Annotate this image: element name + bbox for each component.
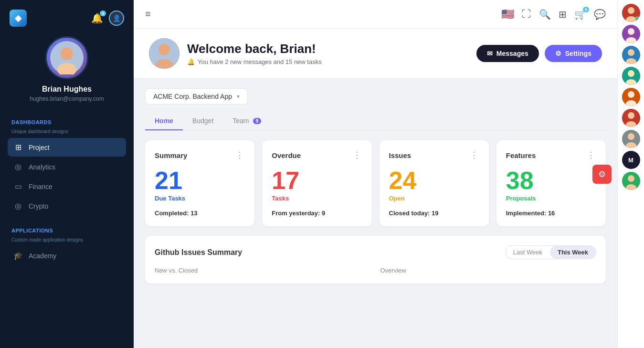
sidebar-item-analytics[interactable]: ◎ Analytics (8, 158, 126, 176)
card-title: Features (506, 151, 536, 159)
crypto-icon: ◎ (13, 201, 23, 211)
summary-label: Due Tasks (155, 195, 245, 202)
project-selector[interactable]: ACME Corp. Backend App ▾ (145, 88, 248, 105)
sidebar-item-academy[interactable]: 🎓 Academy (8, 246, 126, 265)
right-sidebar-avatar[interactable] (622, 67, 640, 85)
bell-icon: 🔔 (187, 58, 195, 65)
right-sidebar-avatar[interactable] (622, 4, 640, 22)
tab-home[interactable]: Home (145, 112, 183, 130)
topbar-left: ≡ (145, 9, 151, 20)
this-week-button[interactable]: This Week (550, 246, 596, 259)
right-sidebar-avatar[interactable] (622, 25, 640, 43)
overdue-number: 17 (272, 168, 362, 193)
sidebar-item-label: Crypto (29, 202, 48, 210)
card-menu-button[interactable]: ⋮ (235, 150, 245, 160)
notification-button[interactable]: 🔔 3 (91, 12, 103, 24)
github-columns: New vs. Closed Overview (155, 267, 596, 274)
svg-point-8 (628, 7, 634, 14)
apps-icon[interactable]: ⊞ (559, 9, 567, 20)
github-header: Github Issues Summary Last Week This Wee… (155, 245, 596, 259)
analytics-icon: ◎ (13, 162, 23, 171)
tab-team[interactable]: Team 9 (223, 112, 271, 130)
issues-stat: Closed today: 19 (389, 210, 479, 217)
svg-point-23 (628, 112, 634, 119)
profile-name: Brian Hughes (10, 85, 124, 94)
fullscreen-icon[interactable]: ⛶ (522, 9, 531, 20)
right-sidebar-avatar[interactable] (622, 172, 640, 190)
right-sidebar: M (617, 0, 644, 348)
nav-category-applications: APPLICATIONS (8, 220, 126, 237)
svg-point-14 (628, 49, 634, 56)
right-sidebar-avatar[interactable] (622, 46, 640, 64)
settings-button[interactable]: ⚙ Settings (545, 45, 602, 62)
svg-point-20 (628, 91, 634, 98)
welcome-subtitle: 🔔 You have 2 new messages and 15 new tas… (187, 58, 322, 65)
card-menu-button[interactable]: ⋮ (470, 150, 479, 160)
gear-icon: ⚙ (598, 169, 606, 179)
card-header: Issues ⋮ (389, 150, 479, 160)
nav-section-dashboards: DASHBOARDS Unique dashboard designs ⊞ Pr… (0, 112, 134, 216)
svg-point-29 (628, 175, 634, 182)
cart-icon[interactable]: 🛒 5 (574, 9, 586, 20)
svg-point-26 (628, 133, 634, 140)
sidebar-header: ◆ 🔔 3 👤 (0, 10, 134, 36)
card-menu-button[interactable]: ⋮ (353, 150, 362, 160)
nav-section-applications: APPLICATIONS Custom made application des… (0, 220, 134, 266)
welcome-avatar (149, 38, 179, 69)
features-label: Proposals (506, 195, 596, 202)
svg-point-17 (628, 70, 634, 77)
card-header: Features ⋮ (506, 150, 596, 160)
last-week-button[interactable]: Last Week (506, 246, 550, 259)
card-menu-button[interactable]: ⋮ (587, 150, 596, 160)
right-sidebar-avatar[interactable] (622, 88, 640, 106)
sidebar-header-icons: 🔔 3 👤 (91, 11, 124, 26)
sidebar-item-crypto[interactable]: ◎ Crypto (8, 197, 126, 215)
profile-email: hughes.brian@company.com (10, 95, 124, 102)
sidebar-item-label: Project (29, 144, 50, 151)
welcome-buttons: ✉ Messages ⚙ Settings (476, 45, 602, 62)
github-title: Github Issues Summary (155, 248, 242, 257)
nav-sub-applications: Custom made application designs (8, 237, 126, 246)
flag-icon[interactable]: 🇺🇸 (501, 8, 514, 21)
welcome-title: Welcome back, Brian! (187, 42, 322, 56)
sidebar: ◆ 🔔 3 👤 Brian Hughes hughes.brian@compan… (0, 0, 134, 348)
right-sidebar-avatar-m[interactable]: M (622, 151, 640, 169)
right-sidebar-avatar[interactable] (622, 109, 640, 127)
summary-stat: Completed: 13 (155, 210, 245, 217)
profile-section: Brian Hughes hughes.brian@company.com (0, 36, 134, 112)
github-col-new-vs-closed: New vs. Closed (155, 267, 371, 274)
chevron-down-icon: ▾ (237, 93, 240, 100)
issues-number: 24 (389, 168, 479, 193)
messages-button[interactable]: ✉ Messages (476, 45, 539, 62)
card-title: Issues (389, 151, 412, 159)
svg-point-5 (158, 44, 170, 55)
week-toggle: Last Week This Week (505, 245, 596, 259)
summary-card: Summary ⋮ 21 Due Tasks Completed: 13 (145, 140, 254, 226)
sidebar-item-project[interactable]: ⊞ Project (8, 138, 126, 157)
right-sidebar-avatar[interactable] (622, 130, 640, 148)
search-icon[interactable]: 🔍 (539, 9, 551, 20)
card-title: Summary (155, 151, 187, 159)
welcome-bar: Welcome back, Brian! 🔔 You have 2 new me… (134, 29, 617, 79)
features-stat: Implemented: 16 (506, 210, 596, 217)
gear-icon: ⚙ (555, 50, 561, 57)
settings-fab-button[interactable]: ⚙ (592, 165, 612, 184)
main-content: ≡ 🇺🇸 ⛶ 🔍 ⊞ 🛒 5 💬 (134, 0, 617, 348)
github-col-overview: Overview (380, 267, 597, 274)
sidebar-item-label: Analytics (29, 163, 55, 171)
issues-label: Open (389, 195, 479, 202)
topbar-right: 🇺🇸 ⛶ 🔍 ⊞ 🛒 5 💬 (501, 8, 606, 21)
sidebar-item-finance[interactable]: ▭ Finance (8, 177, 126, 196)
chat-icon[interactable]: 💬 (594, 9, 606, 20)
user-menu-avatar[interactable]: 👤 (109, 11, 124, 26)
github-col-label: New vs. Closed (155, 267, 371, 274)
topbar: ≡ 🇺🇸 ⛶ 🔍 ⊞ 🛒 5 💬 (134, 0, 617, 29)
academy-icon: 🎓 (13, 251, 23, 260)
finance-icon: ▭ (13, 182, 23, 191)
hamburger-icon[interactable]: ≡ (145, 9, 151, 20)
content-area: Welcome back, Brian! 🔔 You have 2 new me… (134, 29, 617, 348)
tab-budget[interactable]: Budget (183, 112, 223, 130)
overdue-label: Tasks (272, 195, 362, 202)
team-tab-badge: 9 (253, 118, 262, 124)
logo-icon[interactable]: ◆ (10, 10, 27, 27)
